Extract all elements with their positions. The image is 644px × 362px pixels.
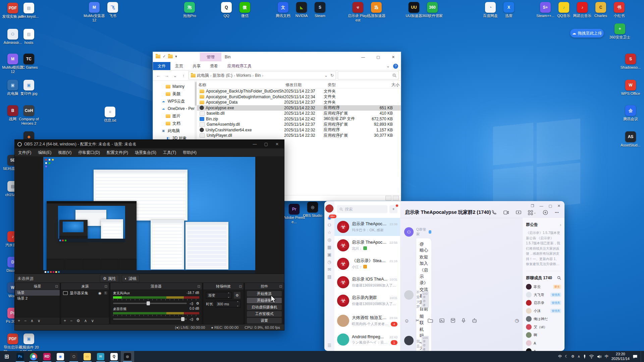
user-avatar[interactable] [325,204,333,213]
chevron-right-icon[interactable]: › [560,223,561,227]
image-icon[interactable] [439,318,444,323]
message-avatar[interactable]: ⚇ [404,227,414,237]
file-row[interactable]: UnityCrashHandler64.exe 2025/11/14 22:32… [197,127,401,133]
dock-icon[interactable]: ⊡ [198,285,200,288]
nav-item[interactable]: ☁ WPS云盘 [153,98,197,105]
desktop-icon[interactable]: + 360安全卫士 [609,23,631,40]
notification-center-icon[interactable] [633,354,638,359]
scene-item[interactable]: 场景 2 [15,296,60,301]
file-row[interactable]: Apocalypse_BackUpThisFolder_ButDontShi..… [197,88,401,94]
lock-icon[interactable]: ⚿ [104,291,107,295]
taskbar-app[interactable]: ▭ [80,351,94,362]
add-source-button[interactable]: + [64,318,66,323]
desktop-icon[interactable]: ▣ 复印件.jpg [18,80,40,96]
dock-icon[interactable]: ⊡ [239,285,242,288]
chat-list-item[interactable]: 大炜酒馆 独游互助...23:04 暗黑肉鸽-个人开发者_程序... 4 [334,312,400,330]
obs-control-button[interactable]: 开始录制 [247,298,282,303]
search-input[interactable] [338,71,399,79]
checkmark-icon[interactable]: ✓ [163,54,166,59]
menu-item[interactable]: 文件(F) [18,150,31,156]
desktop-icon[interactable]: 会 腾讯会议 [620,105,641,121]
add-button[interactable]: + [389,205,397,213]
close-button[interactable]: ✕ [386,52,401,62]
nav-item[interactable]: 文档 [153,120,197,127]
chat-list-item[interactable]: Android ffmpeg...22:43 ラン風信子ヘイ：云服务器... 1 [334,330,400,349]
screenshot-scissors-icon[interactable]: ✂⌄ [416,318,421,323]
desktop-icon[interactable]: TC TC Games [18,54,40,70]
ai-robot-icon[interactable] [472,318,477,323]
qat-dropdown-icon[interactable]: ▾ [175,54,177,59]
column-name[interactable]: ∧名称 [197,81,284,88]
menu-item[interactable]: 配置文件(P) [107,150,128,156]
ribbon-tab[interactable]: 文件 [153,62,170,70]
desktop-icon[interactable]: W WPS Office [620,80,641,96]
member-row[interactable]: 小沫 管理员 [526,307,561,315]
back-icon[interactable]: ← [155,73,162,78]
minimize-button[interactable]: — [253,142,257,146]
contacts-icon[interactable]: ⚇ [327,223,331,227]
taskbar-app[interactable]: RD [40,351,54,362]
panel-toggle-icon[interactable]: ❐ [531,204,534,208]
emoji-icon[interactable]: ☺ [404,318,409,323]
obs-control-button[interactable]: 开始推流 [247,291,282,297]
volume-icon[interactable] [597,355,602,359]
message-input[interactable] [400,325,522,351]
desktop-icon[interactable]: ▤ hosts [18,29,40,45]
filters-button[interactable]: ◐ 滤镜 [122,275,140,282]
files-folder-icon[interactable]: ▤ [327,275,331,279]
maximize-button[interactable]: ▢ [264,142,268,146]
breadcrumb-item[interactable]: 此电脑 › [197,73,211,78]
obs-control-button[interactable]: 工作室模式 [247,311,282,317]
ime-indicator[interactable]: 中 [558,354,562,359]
column-date[interactable]: 修改日期 [284,81,326,88]
file-folder-icon[interactable] [428,318,433,323]
member-row[interactable]: 启示录 管理员 [526,299,561,307]
slider-thumb[interactable] [181,317,184,321]
spinner-icons[interactable]: ⌃⌄ [236,301,239,307]
dock-icon[interactable]: ⊡ [55,285,58,288]
source-up-button[interactable]: ∧ [84,318,87,323]
member-row[interactable]: A [526,339,561,347]
desktop-icon[interactable]: ≡ 信息.txt [99,107,121,123]
ribbon-tab[interactable]: 应用程序工具 [223,62,256,70]
member-row[interactable]: A. [526,347,561,351]
nav-item[interactable]: ☁ OneDrive - Personal [153,105,197,112]
desktop-icon[interactable]: AS AssetStud... [620,131,641,147]
screen-share-icon[interactable] [516,210,521,215]
apps-grid-icon[interactable]: ⌄ [528,210,536,215]
file-row[interactable]: Bin.zip 2025/11/14 22:42 360压缩 ZIP 文件 67… [197,116,401,122]
usb-device-icon[interactable] [583,354,586,359]
nav-item[interactable]: ▣ 此电脑 [153,127,197,134]
announcement-text[interactable]: 《启示录》1.5.7版本更新公告 《启示录》1.5.7版本现已更新，我们将持续关… [526,230,561,267]
add-scene-button[interactable]: + [18,318,20,323]
member-row[interactable]: 艾（ut） [526,323,561,331]
chat-list-item[interactable]: ☣ 启示录内测群10/31 你邀请1365916986加入了群... [334,292,400,310]
source-item[interactable]: 显示器采集 ◉ ⚿ [61,290,109,296]
microphone-icon[interactable] [462,318,466,323]
chat-list-item[interactable]: ☣ 启示录 IOS TheA...10/31 你邀请1365916986加入了群… [334,273,400,291]
thumbnail-view-button[interactable] [393,196,399,200]
maximize-button[interactable]: ▢ [548,204,552,208]
speaker-icon[interactable]: ◁) [190,317,193,321]
taskbar-app[interactable]: Q [107,351,121,362]
volume-slider[interactable] [113,318,187,320]
file-row[interactable]: Apocalypse.exe 2025/11/14 22:32 应用程序 651… [197,105,401,111]
taskbar-app[interactable]: ⊞ [0,351,13,362]
gallery-icon[interactable]: ▣ [327,252,331,257]
remove-source-button[interactable]: − [70,318,72,323]
address-dropdown-icon[interactable]: ⌄ [324,73,328,78]
breadcrumb-item[interactable]: 新加卷 (E:) › [213,73,235,78]
tab-manage[interactable]: 管理 [200,53,221,61]
slider-thumb[interactable] [147,301,150,305]
obs-preview[interactable] [43,157,255,274]
file-row[interactable]: Apocalypse_Data 2025/11/14 22:37 文件夹 [197,100,401,105]
details-view-button[interactable] [385,196,391,200]
voice-call-icon[interactable] [491,210,497,215]
dock-icon[interactable]: ⊡ [279,285,282,288]
add-plus-icon[interactable] [543,210,548,215]
source-down-button[interactable]: ∨ [91,318,94,323]
desktop-icon[interactable]: ▤ user.keyst... [18,3,40,19]
breadcrumb[interactable]: 此电脑 › 新加卷 (E:) › Workers › [189,71,336,79]
maximize-button[interactable]: ▢ [371,52,386,62]
more-options-icon[interactable]: ⋯ [555,210,559,215]
